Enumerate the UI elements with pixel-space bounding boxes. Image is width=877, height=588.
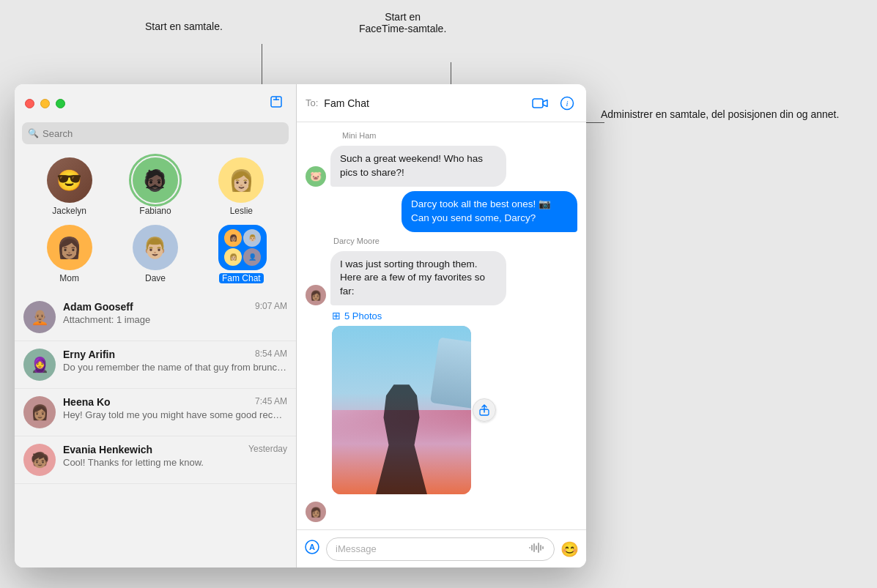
photos-count-label: 5 Photos <box>344 310 382 321</box>
avatar-heena: 👩🏽 <box>23 396 56 428</box>
search-input[interactable] <box>22 122 289 144</box>
convo-header-evania: Evania Henkewich Yesterday <box>63 444 287 455</box>
pinned-contacts-section: 😎 Jackelyn 🧔🏿 Fabiano <box>15 150 296 294</box>
audio-waveform-icon <box>529 542 545 556</box>
annotation-facetime: Start enFaceTime-samtale. <box>359 11 446 34</box>
chat-panel: To: Fam Chat i Mini Ham 🐷 Such a <box>297 84 586 567</box>
connector-line-compose <box>262 44 262 86</box>
convo-header-heena: Heena Ko 7:45 AM <box>63 396 287 408</box>
convo-time-heena: 7:45 AM <box>255 396 287 408</box>
avatar-dave: 👨🏼 <box>133 225 178 270</box>
pinned-name-mom: Mom <box>59 273 79 283</box>
photos-header: ⊞ 5 Photos <box>332 310 577 321</box>
app-store-button[interactable]: A <box>304 539 320 559</box>
pinned-contact-fabiano[interactable]: 🧔🏿 Fabiano <box>133 157 178 216</box>
pinned-row-2: 👩🏽 Mom 👨🏼 Dave <box>15 220 296 288</box>
avatar-famchat: 👩🏽 👨🏼 👩🏼 👤 <box>218 225 264 270</box>
convo-time-evania: Yesterday <box>248 444 287 455</box>
svg-text:i: i <box>566 99 568 108</box>
emoji-button[interactable]: 😊 <box>560 540 579 558</box>
sidebar: 🔍 😎 Jackelyn 🧔🏿 <box>15 84 297 567</box>
share-button[interactable] <box>473 398 496 422</box>
pinned-contact-famchat[interactable]: 👩🏽 👨🏼 👩🏼 👤 Fam Chat <box>218 225 264 283</box>
bubble-sent: Darcy took all the best ones! 📷 Can you … <box>402 191 577 232</box>
connector-line-facetime <box>451 62 451 86</box>
close-button[interactable] <box>25 99 34 108</box>
titlebar <box>15 84 296 122</box>
sender-label-miniham: Mini Ham <box>342 131 376 140</box>
darcy-avatar-row: 👩🏽 <box>306 502 577 522</box>
sender-label-darcy: Darcy Moore <box>333 237 577 245</box>
convo-header-erny: Erny Arifin 8:54 AM <box>63 349 287 360</box>
avatar-leslie: 👩🏼 <box>218 157 264 203</box>
avatar-erny: 🧕 <box>23 349 56 381</box>
imessage-placeholder: iMessage <box>336 543 523 554</box>
pinned-name-jackelyn: Jackelyn <box>52 206 86 216</box>
avatar-jackelyn: 😎 <box>47 157 92 203</box>
svg-rect-3 <box>533 99 543 108</box>
search-bar: 🔍 <box>22 122 289 144</box>
app-window: 🔍 😎 Jackelyn 🧔🏿 <box>15 84 586 567</box>
pinned-name-leslie: Leslie <box>230 206 253 216</box>
avatar-adam: 🧑🏽‍🦲 <box>23 301 56 333</box>
convo-body-erny: Erny Arifin 8:54 AM Do you remember the … <box>63 349 287 374</box>
convo-body-evania: Evania Henkewich Yesterday Cool! Thanks … <box>63 444 287 469</box>
convo-body-adam: Adam Gooseff 9:07 AM Attachment: 1 image <box>63 301 287 327</box>
convo-preview-evania: Cool! Thanks for letting me know. <box>63 457 287 469</box>
annotation-start-samtale: Start en samtale. <box>145 21 223 32</box>
input-bar: A iMessage 😊 <box>297 529 586 567</box>
pinned-name-fabiano: Fabiano <box>139 206 171 216</box>
convo-time-erny: 8:54 AM <box>255 349 287 360</box>
pinned-name-famchat: Fam Chat <box>219 273 264 283</box>
convo-name-evania: Evania Henkewich <box>63 444 152 455</box>
msg-row-miniham: 🐷 Such a great weekend! Who has pics to … <box>306 146 577 187</box>
maximize-button[interactable] <box>56 99 65 108</box>
convo-preview-heena: Hey! Gray told me you might have some go… <box>63 409 287 422</box>
traffic-lights <box>25 99 65 108</box>
convo-name-erny: Erny Arifin <box>63 349 115 360</box>
convo-item-heena[interactable]: 👩🏽 Heena Ko 7:45 AM Hey! Gray told me yo… <box>15 389 296 436</box>
msg-avatar-darcy-bottom: 👩🏽 <box>306 502 326 522</box>
msg-avatar-darcy: 👩🏽 <box>306 285 326 305</box>
minimize-button[interactable] <box>40 99 50 108</box>
convo-name-heena: Heena Ko <box>63 396 111 408</box>
convo-name-adam: Adam Gooseff <box>63 301 133 313</box>
convo-body-heena: Heena Ko 7:45 AM Hey! Gray told me you m… <box>63 396 287 422</box>
avatar-fabiano: 🧔🏿 <box>133 157 178 203</box>
facetime-button[interactable] <box>529 94 551 112</box>
pinned-contact-jackelyn[interactable]: 😎 Jackelyn <box>47 157 92 216</box>
photos-section: ⊞ 5 Photos <box>332 310 577 494</box>
bubble-darcy: I was just sorting through them. Here ar… <box>330 251 506 306</box>
messages-area: Mini Ham 🐷 Such a great weekend! Who has… <box>297 122 586 529</box>
convo-preview-adam: Attachment: 1 image <box>63 314 287 327</box>
avatar-mom: 👩🏽 <box>47 225 92 270</box>
convo-preview-erny: Do you remember the name of that guy fro… <box>63 362 287 374</box>
info-button[interactable]: i <box>557 93 577 113</box>
msg-row-darcy: 👩🏽 I was just sorting through them. Here… <box>306 251 577 306</box>
pinned-contact-leslie[interactable]: 👩🏼 Leslie <box>218 157 264 216</box>
pinned-name-dave: Dave <box>145 273 166 283</box>
search-icon: 🔍 <box>28 128 39 138</box>
conversation-list: 🧑🏽‍🦲 Adam Gooseff 9:07 AM Attachment: 1 … <box>15 294 296 567</box>
convo-time-adam: 9:07 AM <box>255 301 287 313</box>
pinned-contact-dave[interactable]: 👨🏼 Dave <box>133 225 178 283</box>
chat-recipient-name: Fam Chat <box>324 97 523 109</box>
bubble-miniham: Such a great weekend! Who has pics to sh… <box>330 146 506 187</box>
convo-item-erny[interactable]: 🧕 Erny Arifin 8:54 AM Do you remember th… <box>15 341 296 389</box>
annotation-administrer: Administrer en samtale, del posisjonen d… <box>601 108 839 120</box>
chat-header: To: Fam Chat i <box>297 84 586 122</box>
pinned-contact-mom[interactable]: 👩🏽 Mom <box>47 225 92 283</box>
photo-collage[interactable] <box>332 326 471 494</box>
compose-button[interactable] <box>267 92 286 115</box>
msg-avatar-miniham: 🐷 <box>306 166 326 187</box>
chat-to-label: To: <box>306 97 318 108</box>
convo-header-adam: Adam Gooseff 9:07 AM <box>63 301 287 313</box>
svg-text:A: A <box>309 543 315 551</box>
convo-item-adam[interactable]: 🧑🏽‍🦲 Adam Gooseff 9:07 AM Attachment: 1 … <box>15 294 296 341</box>
msg-row-sent: Darcy took all the best ones! 📷 Can you … <box>306 191 577 232</box>
avatar-evania: 🧒🏽 <box>23 444 56 476</box>
convo-item-evania[interactable]: 🧒🏽 Evania Henkewich Yesterday Cool! Than… <box>15 436 296 484</box>
imessage-input-field[interactable]: iMessage <box>326 537 555 561</box>
pinned-row-1: 😎 Jackelyn 🧔🏿 Fabiano <box>15 153 296 220</box>
